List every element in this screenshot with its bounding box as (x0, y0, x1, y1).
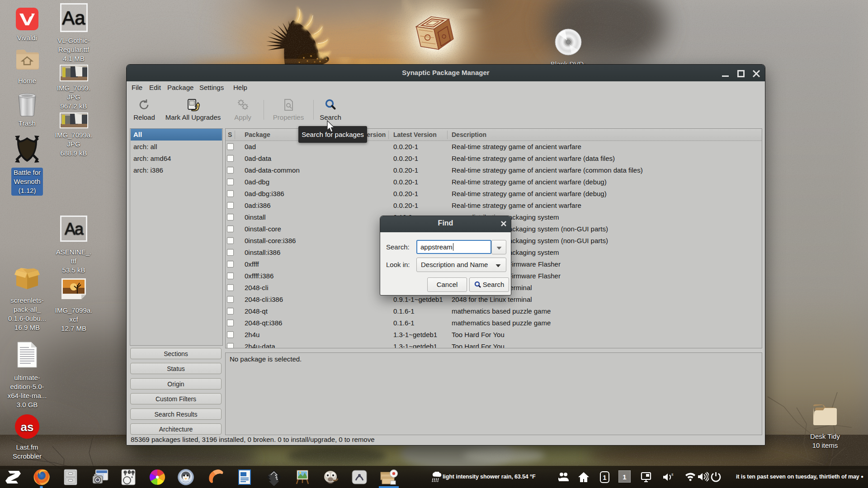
svg-text:1: 1 (603, 474, 606, 481)
svg-text:Aa: Aa (65, 220, 84, 238)
svg-text:Aa: Aa (62, 7, 85, 28)
svg-text:s: s (671, 472, 674, 477)
svg-text:as: as (21, 420, 34, 434)
svg-text:1: 1 (623, 473, 626, 481)
